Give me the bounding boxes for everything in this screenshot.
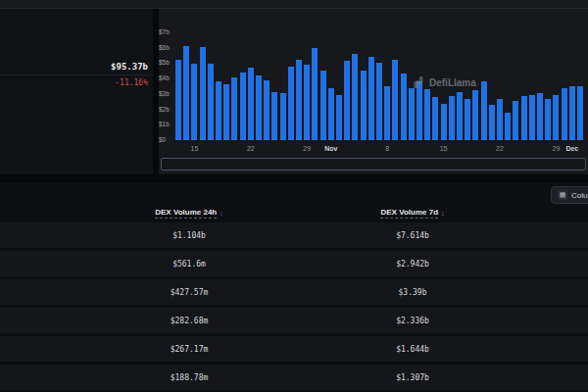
y-axis-tick: $7b: [159, 28, 173, 35]
y-axis-tick: $0: [159, 136, 173, 143]
dex-volume-chart-panel[interactable]: $7b$6b$5b$4b$3b$2b$1b$0 152229Nov8152229…: [159, 9, 588, 174]
volume-bar: [457, 92, 463, 140]
volume-bar: [529, 95, 535, 140]
y-axis-tick: $4b: [159, 74, 173, 81]
y-axis-tick: $2b: [159, 106, 173, 113]
volume-bar: [513, 101, 518, 140]
volume-bar: [256, 75, 262, 140]
column-header-dex-volume-24h[interactable]: DEX Volume 24h↕: [0, 208, 378, 219]
x-axis-tick: 15: [190, 145, 198, 152]
sort-icon: ↕: [220, 210, 223, 217]
volume-bar: [208, 64, 214, 140]
table-body: $1.104b$7.614b$561.6m$2.942b$427.57m$3.3…: [0, 222, 588, 392]
defillama-logo-icon: [412, 75, 425, 89]
cell-volume-7d: $3.39b: [378, 288, 447, 297]
x-axis-tick: 29: [552, 145, 560, 152]
volume-bar: [505, 113, 511, 140]
volume-bar: [569, 86, 575, 140]
volume-bar: [416, 81, 422, 140]
volume-bar: [304, 65, 310, 140]
volume-bar: [409, 88, 415, 140]
volume-bar: [577, 86, 583, 140]
volume-bar: [384, 86, 390, 140]
table-row[interactable]: $427.57m$3.39b: [0, 279, 588, 305]
volume-bar: [183, 46, 189, 140]
volume-bar: [280, 93, 286, 140]
volume-bar: [352, 54, 358, 140]
volume-bar: [472, 90, 478, 140]
volume-bar: [336, 95, 342, 140]
chart-bars[interactable]: [175, 30, 586, 140]
volume-bar: [288, 67, 294, 140]
y-axis-tick: $5b: [159, 59, 173, 66]
volume-bar: [223, 84, 229, 140]
column-header-label: DEX Volume 24h: [155, 208, 217, 219]
volume-bar: [521, 96, 527, 140]
y-axis-tick: $1b: [159, 121, 173, 127]
volume-bar: [376, 63, 382, 140]
cell-volume-7d: $2.336b: [378, 317, 447, 325]
volume-change-value: -11.16%: [115, 78, 148, 87]
volume-bar: [481, 81, 487, 140]
volume-bar: [441, 104, 447, 140]
x-axis-tick: 22: [247, 145, 255, 152]
columns-icon: ▦: [558, 190, 567, 200]
sort-icon: ↕: [441, 210, 445, 217]
cell-volume-7d: $7.614b: [378, 231, 447, 240]
defillama-dex-dashboard: { "colors": { "accent_blue": "#2172e5", …: [0, 0, 588, 392]
volume-bar: [361, 71, 367, 140]
cell-volume-24h: $188.78m: [0, 373, 378, 382]
volume-bar: [401, 74, 407, 140]
cell-volume-7d: $2.942b: [378, 260, 447, 269]
volume-bar: [231, 77, 237, 140]
volume-bar: [200, 47, 206, 140]
cell-volume-24h: $561.6m: [0, 260, 378, 269]
cell-volume-24h: $282.68m: [0, 317, 378, 325]
columns-button-label: Columns: [571, 191, 588, 200]
cell-volume-24h: $267.17m: [0, 345, 378, 354]
volume-bar: [175, 60, 181, 140]
x-axis-tick: 15: [440, 145, 448, 152]
table-row[interactable]: $1.104b$7.614b: [0, 222, 588, 248]
stats-panel: $95.37b -11.16%: [0, 9, 153, 174]
volume-bar: [545, 99, 551, 140]
volume-bar: [562, 88, 567, 140]
volume-bar: [344, 61, 350, 140]
cell-volume-24h: $1.104b: [0, 231, 378, 240]
volume-bar: [264, 80, 270, 140]
column-header-dex-volume-7d[interactable]: DEX Volume 7d↕: [378, 208, 447, 219]
volume-bar: [537, 93, 543, 140]
top-chrome-strip: [0, 0, 588, 9]
volume-bar: [489, 105, 495, 140]
chart-range-brush[interactable]: [161, 158, 586, 171]
table-row[interactable]: $561.6m$2.942b: [0, 251, 588, 276]
cell-volume-7d: $1.307b: [378, 373, 447, 382]
volume-bar: [312, 48, 318, 140]
volume-bar: [248, 68, 254, 140]
x-axis-tick: 29: [303, 145, 311, 152]
volume-bar: [271, 92, 277, 140]
volume-bar: [392, 60, 398, 140]
volume-bar: [368, 57, 374, 140]
table-row[interactable]: $282.68m$2.336b: [0, 308, 588, 333]
total-volume-value: $95.37b: [111, 62, 148, 72]
volume-bar: [216, 81, 221, 140]
table-row[interactable]: $188.78m$1.307b: [0, 365, 588, 390]
y-axis-tick: $3b: [159, 90, 173, 97]
x-axis-tick: Nov: [324, 145, 337, 152]
defillama-watermark: DefiLlama: [412, 75, 476, 89]
volume-bar: [553, 95, 559, 140]
table-header-row: DEX Volume 24h↕DEX Volume 7d↕: [0, 202, 588, 223]
table-row[interactable]: $267.17m$1.644b: [0, 336, 588, 362]
column-header-label: DEX Volume 7d: [380, 208, 438, 219]
x-axis-tick: 8: [385, 145, 389, 152]
volume-bar: [296, 60, 302, 140]
volume-bar: [424, 89, 430, 140]
y-axis-tick: $6b: [159, 44, 173, 51]
volume-bar: [320, 71, 326, 140]
volume-bar: [191, 64, 197, 140]
cell-volume-7d: $1.644b: [378, 345, 447, 354]
volume-bar: [465, 99, 470, 140]
stats-divider: [0, 74, 153, 75]
x-axis-tick: 22: [496, 145, 504, 152]
